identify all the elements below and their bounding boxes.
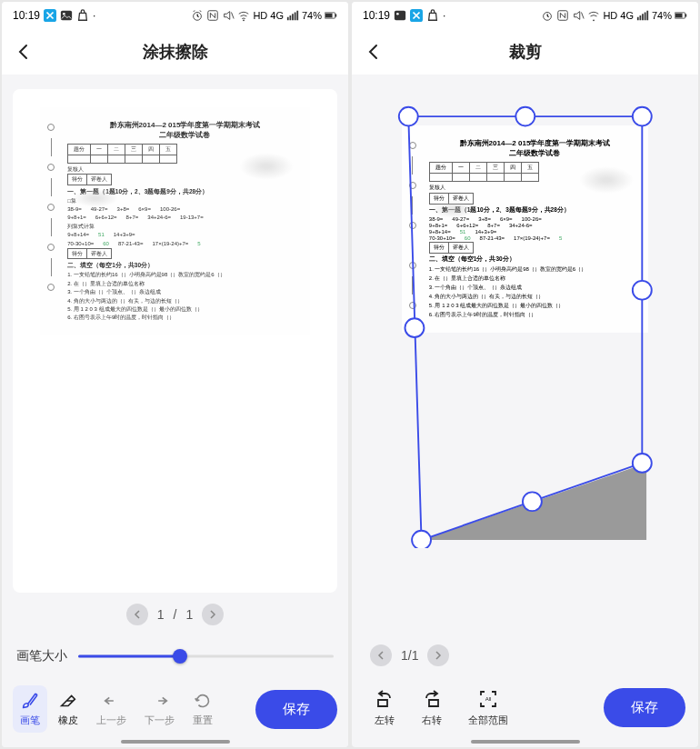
status-time: 10:19 <box>13 9 40 22</box>
svg-rect-12 <box>325 14 333 18</box>
svg-rect-1 <box>61 11 72 21</box>
signal-icon <box>286 9 299 22</box>
tool-brush-label: 画笔 <box>20 714 40 727</box>
crop-handle-tl[interactable] <box>398 107 417 126</box>
app-icon-1 <box>44 9 56 22</box>
save-button[interactable]: 保存 <box>255 690 337 729</box>
toolbar: 左转 右转 All 全部范围 保存 <box>352 675 698 747</box>
battery-icon <box>675 9 687 22</box>
tool-eraser-label: 橡皮 <box>58 714 78 727</box>
crop-handle-bl[interactable] <box>412 531 431 549</box>
doc-subtitle: 二年级数学试卷 <box>67 130 303 140</box>
pager-prev[interactable] <box>126 604 148 625</box>
dot-icon: · <box>93 9 95 22</box>
status-hd: HD <box>253 10 267 21</box>
crop-handle-bm[interactable] <box>523 492 542 511</box>
crop-handle-tr[interactable] <box>633 107 652 126</box>
doc-title: 黔东南州2014—2 015学年度第一学期期末考试 <box>67 120 303 130</box>
svg-rect-27 <box>685 14 687 16</box>
pager-total: 1 <box>185 607 193 622</box>
tool-rotate-right-label: 右转 <box>422 714 442 727</box>
status-bar: 10:19 · HD 4G 74% <box>2 2 348 29</box>
svg-rect-13 <box>335 14 337 16</box>
crop-canvas[interactable]: 黔东南州2014—2 015学年度第一学期期末考试 二年级数学试卷 题分一二三四… <box>363 93 687 635</box>
chevron-right-icon <box>434 651 443 660</box>
crop-handle-tm[interactable] <box>515 107 535 126</box>
undo-icon <box>102 691 122 711</box>
redo-icon <box>150 691 170 711</box>
svg-rect-7 <box>289 15 291 20</box>
svg-rect-23 <box>645 13 646 21</box>
document-canvas[interactable]: 黔东南州2014—2 015学年度第一学期期末考试 二年级数学试卷 题分一二三四… <box>13 89 337 593</box>
svg-rect-10 <box>296 11 298 21</box>
crop-handle-ml[interactable] <box>405 318 424 337</box>
header: 裁剪 <box>352 29 698 75</box>
rotate-right-icon <box>421 688 443 710</box>
mute-icon <box>572 9 585 22</box>
alarm-icon <box>191 9 204 22</box>
svg-rect-22 <box>642 14 644 20</box>
gallery-icon <box>394 9 406 22</box>
brush-size-row: 画笔大小 <box>2 636 348 676</box>
pager: 1 / 1 <box>126 593 224 636</box>
tool-rotate-left-label: 左转 <box>375 714 395 727</box>
page-title: 裁剪 <box>509 41 542 63</box>
chevron-left-icon <box>365 44 382 60</box>
status-bar: 10:19 · HD 4G 74% <box>352 2 698 29</box>
status-4g: 4G <box>620 10 634 21</box>
svg-text:All: All <box>485 696 492 702</box>
back-button[interactable] <box>13 41 35 63</box>
tool-eraser[interactable]: 橡皮 <box>51 685 85 733</box>
pager-next[interactable] <box>427 644 449 666</box>
svg-rect-24 <box>646 11 648 21</box>
svg-rect-14 <box>395 11 405 21</box>
bag-icon <box>426 9 439 22</box>
tool-reset[interactable]: 重置 <box>185 685 220 733</box>
chevron-left-icon <box>133 610 142 619</box>
reset-icon <box>193 691 213 711</box>
pager-prev[interactable] <box>370 644 392 666</box>
tool-rotate-left[interactable]: 左转 <box>365 684 405 731</box>
gallery-icon <box>60 9 73 22</box>
tool-undo-label: 上一步 <box>96 714 126 727</box>
crop-frame[interactable] <box>395 104 655 549</box>
tool-full-range-label: 全部范围 <box>468 714 508 727</box>
status-time: 10:19 <box>363 9 390 22</box>
home-indicator[interactable] <box>471 740 580 744</box>
svg-rect-8 <box>292 14 294 20</box>
document-page: 黔东南州2014—2 015学年度第一学期期末考试 二年级数学试卷 题分一二三四… <box>40 107 310 335</box>
toolbar: 画笔 橡皮 上一步 下一步 重置 保存 <box>2 676 348 747</box>
chevron-left-icon <box>376 651 385 660</box>
crop-handle-mr[interactable] <box>633 281 652 300</box>
brush-size-slider[interactable] <box>78 645 334 667</box>
tool-brush[interactable]: 画笔 <box>13 685 47 733</box>
chevron-left-icon <box>15 44 32 60</box>
brush-icon <box>20 691 40 711</box>
pager-sep: / <box>174 607 177 622</box>
tool-undo[interactable]: 上一步 <box>89 685 134 733</box>
wifi-icon <box>587 9 600 22</box>
back-button[interactable] <box>363 41 385 63</box>
svg-rect-21 <box>639 15 641 20</box>
app-icon-1 <box>410 9 423 22</box>
svg-rect-26 <box>675 14 683 18</box>
tool-full-range[interactable]: All 全部范围 <box>459 684 517 731</box>
home-indicator[interactable] <box>121 740 230 744</box>
wifi-icon <box>237 9 250 22</box>
alarm-icon <box>541 9 554 22</box>
pager-text: 1/1 <box>401 648 418 663</box>
tool-rotate-right[interactable]: 右转 <box>412 684 452 731</box>
pager-next[interactable] <box>202 604 224 625</box>
chevron-right-icon <box>208 610 217 619</box>
rotate-left-icon <box>374 688 395 710</box>
battery-icon <box>325 9 337 22</box>
crop-handle-br[interactable] <box>633 454 652 473</box>
full-range-icon: All <box>477 688 499 710</box>
svg-point-5 <box>244 19 245 21</box>
status-batt: 74% <box>302 10 322 21</box>
brush-size-label: 画笔大小 <box>16 648 67 664</box>
tool-redo[interactable]: 下一步 <box>137 685 182 733</box>
save-button[interactable]: 保存 <box>604 688 685 727</box>
svg-point-19 <box>594 19 595 21</box>
svg-point-2 <box>63 13 65 15</box>
